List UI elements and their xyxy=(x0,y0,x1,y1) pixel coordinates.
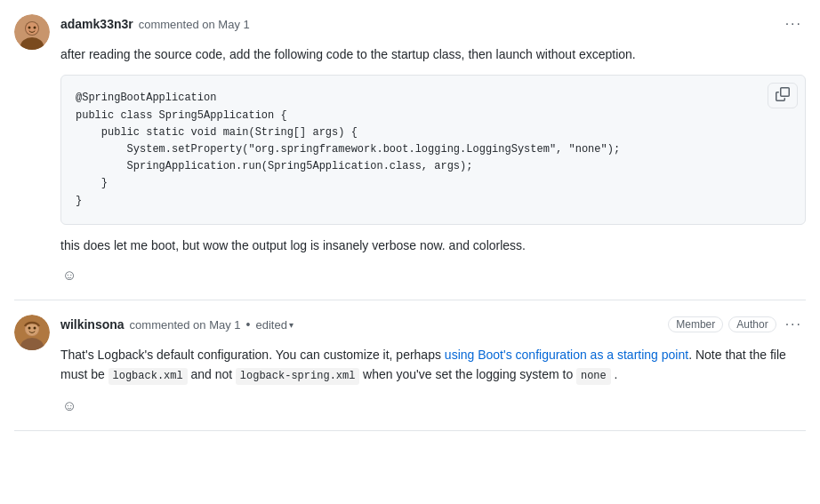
edited-label: edited ▾ xyxy=(256,318,293,332)
comment-body-text-2: That's Logback's default configuration. … xyxy=(60,345,806,386)
svg-point-10 xyxy=(34,327,36,330)
comment-body-2: wilkinsona commented on May 1 • edited ▾… xyxy=(60,315,806,416)
more-button-2[interactable]: ··· xyxy=(782,315,806,334)
comment-item: adamk33n3r commented on May 1 ··· after … xyxy=(14,0,806,300)
svg-point-9 xyxy=(28,327,31,330)
comment-thread: adamk33n3r commented on May 1 ··· after … xyxy=(0,0,820,431)
member-badge: Member xyxy=(668,316,723,332)
logback-config-link[interactable]: using Boot's configuration as a starting… xyxy=(445,348,688,362)
avatar-2 xyxy=(14,315,50,350)
svg-point-4 xyxy=(28,27,31,29)
comment-header-2: wilkinsona commented on May 1 • edited ▾… xyxy=(60,315,806,334)
comment-body: adamk33n3r commented on May 1 ··· after … xyxy=(60,14,806,285)
more-button[interactable]: ··· xyxy=(782,14,806,34)
comment-body-text: this does let me boot, but wow the outpu… xyxy=(60,236,806,255)
comment-header: adamk33n3r commented on May 1 ··· xyxy=(60,14,806,34)
comment-author[interactable]: adamk33n3r xyxy=(60,17,133,31)
comment-author-2[interactable]: wilkinsona xyxy=(60,317,125,332)
comment-item-2: wilkinsona commented on May 1 • edited ▾… xyxy=(14,300,806,431)
code-logback-spring-xml: logback-spring.xml xyxy=(236,368,359,385)
code-logback-xml: logback.xml xyxy=(109,368,188,385)
code-block: @SpringBootApplication public class Spri… xyxy=(60,75,806,224)
copy-button[interactable] xyxy=(768,83,798,108)
emoji-reaction-button[interactable]: ☺ xyxy=(60,266,78,285)
comment-header-actions-2: Member Author ··· xyxy=(668,315,806,334)
comment-date: commented on May 1 xyxy=(139,18,250,31)
chevron-down-icon: ▾ xyxy=(289,320,293,330)
emoji-reaction-button-2[interactable]: ☺ xyxy=(60,396,78,416)
comment-intro: after reading the source code, add the f… xyxy=(60,44,806,64)
avatar xyxy=(14,14,50,50)
svg-point-5 xyxy=(34,27,36,29)
code-content: @SpringBootApplication public class Spri… xyxy=(76,90,791,209)
comment-date-2: commented on May 1 xyxy=(130,318,241,332)
dot-separator: • xyxy=(246,317,251,332)
code-none: none xyxy=(576,368,610,385)
author-badge: Author xyxy=(728,316,776,332)
comment-header-actions: ··· xyxy=(782,14,806,34)
